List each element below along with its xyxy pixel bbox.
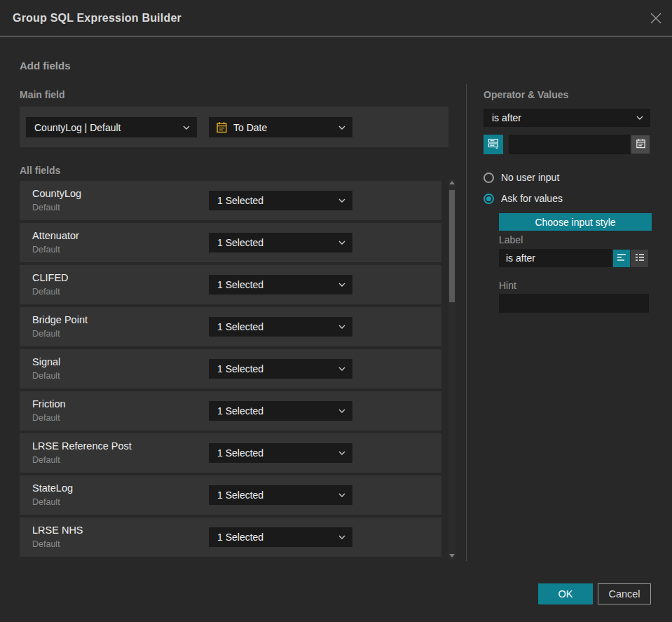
field-selected-dropdown-label: 1 Selected xyxy=(209,321,338,332)
date-type-dropdown-label: To Date xyxy=(233,122,338,133)
field-selected-dropdown-label: 1 Selected xyxy=(209,363,338,374)
field-selected-dropdown-label: 1 Selected xyxy=(209,489,338,501)
list-icon xyxy=(635,252,645,265)
field-name: Attenuator xyxy=(32,230,79,241)
chevron-down-icon xyxy=(636,116,643,120)
field-selected-dropdown[interactable]: 1 Selected xyxy=(209,359,352,379)
scroll-down-arrow-icon[interactable] xyxy=(449,554,455,557)
label-caption: Label xyxy=(499,234,523,245)
operator-dropdown-label: is after xyxy=(484,112,636,123)
chevron-down-icon xyxy=(338,451,345,455)
chevron-down-icon xyxy=(338,493,345,497)
main-field-dropdown-label: CountyLog | Default xyxy=(26,122,183,133)
field-selected-dropdown[interactable]: 1 Selected xyxy=(209,191,352,210)
radio-label: Ask for values xyxy=(501,193,563,204)
chevron-down-icon xyxy=(338,241,345,245)
hint-caption: Hint xyxy=(499,280,516,291)
field-selected-dropdown-label: 1 Selected xyxy=(209,447,338,459)
field-row: Friction Default 1 Selected xyxy=(20,391,441,431)
chevron-down-icon xyxy=(183,126,190,130)
field-row: StateLog Default 1 Selected xyxy=(20,475,441,515)
field-row: CountyLog Default 1 Selected xyxy=(20,181,441,220)
all-fields-label: All fields xyxy=(20,165,60,176)
unique-values-icon xyxy=(488,137,499,151)
chevron-down-icon xyxy=(338,409,345,413)
field-selected-dropdown-label: 1 Selected xyxy=(209,237,338,248)
scrollbar-thumb[interactable] xyxy=(449,190,455,302)
field-subtitle: Default xyxy=(32,539,60,549)
chevron-down-icon xyxy=(338,198,345,203)
add-fields-heading: Add fields xyxy=(20,60,71,72)
choose-input-style-button[interactable]: Choose input style xyxy=(499,213,652,231)
chevron-down-icon xyxy=(338,126,345,130)
field-name: CLIFED xyxy=(32,272,69,283)
field-subtitle: Default xyxy=(32,329,60,339)
dialog-titlebar: Group SQL Expression Builder xyxy=(0,0,672,36)
field-subtitle: Default xyxy=(32,497,60,507)
no-user-input-option[interactable]: No user input xyxy=(484,172,559,183)
chevron-down-icon xyxy=(338,367,345,371)
field-selected-dropdown-label: 1 Selected xyxy=(209,405,338,417)
align-left-icon xyxy=(617,252,626,265)
field-row: CLIFED Default 1 Selected xyxy=(20,265,441,304)
field-subtitle: Default xyxy=(32,413,60,423)
field-subtitle: Default xyxy=(32,245,60,255)
field-selected-dropdown-label: 1 Selected xyxy=(209,195,338,206)
calendar-icon xyxy=(636,138,646,151)
hint-input[interactable] xyxy=(499,294,649,313)
list-input-style-button[interactable] xyxy=(631,250,648,267)
chevron-down-icon xyxy=(338,283,345,287)
ask-for-values-option[interactable]: Ask for values xyxy=(484,193,563,204)
close-icon[interactable] xyxy=(648,11,664,26)
field-name: CountyLog xyxy=(32,188,81,199)
main-field-dropdown[interactable]: CountyLog | Default xyxy=(26,117,197,137)
field-selected-dropdown[interactable]: 1 Selected xyxy=(209,401,352,421)
field-name: Friction xyxy=(32,398,66,410)
field-selected-dropdown[interactable]: 1 Selected xyxy=(209,485,352,505)
scroll-up-arrow-icon[interactable] xyxy=(449,181,455,184)
field-selected-dropdown[interactable]: 1 Selected xyxy=(209,275,352,295)
section-divider xyxy=(466,84,467,561)
field-selected-dropdown-label: 1 Selected xyxy=(209,279,338,290)
field-subtitle: Default xyxy=(32,287,60,297)
operator-values-heading: Operator & Values xyxy=(484,89,568,100)
field-selected-dropdown-label: 1 Selected xyxy=(209,532,338,543)
field-name: Bridge Point xyxy=(32,314,88,325)
cancel-button[interactable]: Cancel xyxy=(598,583,651,604)
date-picker-button[interactable] xyxy=(631,135,650,154)
operator-dropdown[interactable]: is after xyxy=(484,109,650,127)
chevron-down-icon xyxy=(338,325,345,329)
field-name: Signal xyxy=(32,356,60,367)
field-name: LRSE NHS xyxy=(32,525,83,536)
field-subtitle: Default xyxy=(32,371,60,381)
field-selected-dropdown[interactable]: 1 Selected xyxy=(209,527,352,547)
field-row: LRSE NHS Default 1 Selected xyxy=(20,518,441,557)
single-input-style-button[interactable] xyxy=(613,250,630,267)
field-name: LRSE Reference Post xyxy=(32,440,132,452)
all-fields-list: CountyLog Default 1 Selected Attenuator … xyxy=(20,181,441,557)
field-row: LRSE Reference Post Default 1 Selected xyxy=(20,433,441,473)
field-selected-dropdown[interactable]: 1 Selected xyxy=(209,443,352,463)
field-subtitle: Default xyxy=(32,203,60,212)
unique-values-button[interactable] xyxy=(484,135,503,154)
radio-icon[interactable] xyxy=(484,173,494,183)
radio-selected-icon[interactable] xyxy=(484,194,494,204)
field-selected-dropdown[interactable]: 1 Selected xyxy=(209,317,352,337)
field-selected-dropdown[interactable]: 1 Selected xyxy=(209,233,352,252)
calendar-icon xyxy=(216,121,228,133)
field-name: StateLog xyxy=(32,482,73,494)
chevron-down-icon xyxy=(338,535,345,539)
ok-button[interactable]: OK xyxy=(538,583,593,604)
radio-label: No user input xyxy=(501,172,559,183)
main-field-panel: CountyLog | Default To Date xyxy=(20,107,448,147)
field-subtitle: Default xyxy=(32,455,60,465)
date-type-dropdown[interactable]: To Date xyxy=(209,117,352,137)
value-input[interactable] xyxy=(509,135,630,154)
field-row: Attenuator Default 1 Selected xyxy=(20,223,441,262)
main-field-label: Main field xyxy=(20,89,65,100)
label-input[interactable] xyxy=(499,249,612,267)
field-row: Signal Default 1 Selected xyxy=(20,349,441,388)
dialog-title: Group SQL Expression Builder xyxy=(13,12,181,25)
field-row: Bridge Point Default 1 Selected xyxy=(20,307,441,346)
list-scrollbar[interactable] xyxy=(448,179,455,560)
